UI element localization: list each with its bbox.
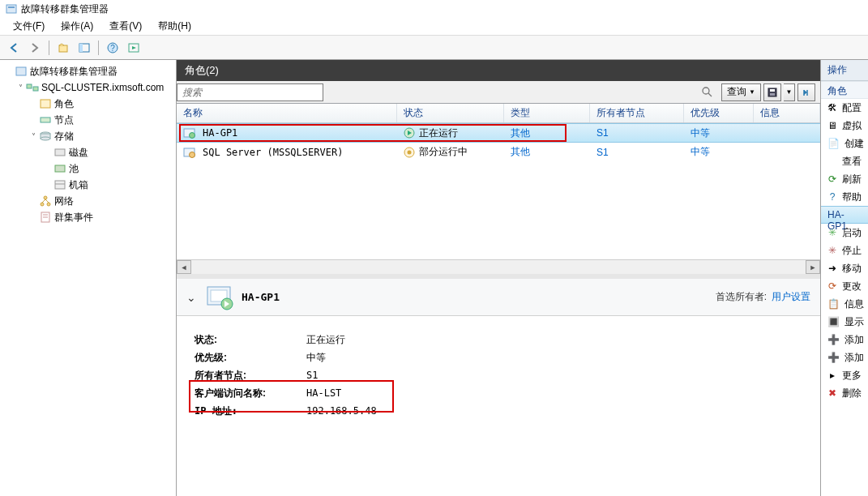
col-status[interactable]: 状态 — [397, 104, 504, 122]
tree-enclosures[interactable]: 机箱 — [0, 177, 176, 193]
role-icon — [183, 146, 196, 159]
table-row[interactable]: HA-GP1 正在运行 其他 S1 中等 — [177, 123, 820, 143]
action-vm[interactable]: 🖥虚拟 — [821, 117, 868, 135]
action-more[interactable]: ▸更多 — [821, 366, 868, 384]
detail-row-priority: 优先级: 中等 — [195, 348, 802, 366]
run-button[interactable] — [124, 39, 143, 57]
collapse-icon[interactable]: ⌄ — [186, 291, 196, 304]
detail-key: 客户端访问名称: — [195, 387, 306, 400]
actions-section-roles: 角色 — [821, 81, 868, 99]
action-help[interactable]: ?帮助 — [821, 188, 868, 206]
detail-panel: ⌄ HA-GP1 首选所有者: 用户设置 状态: 正在运行 优先级: 中等 — [177, 274, 820, 496]
tree-events[interactable]: 群集事件 — [0, 209, 176, 225]
help-button[interactable]: ? — [103, 39, 122, 57]
action-move[interactable]: ➜移动 — [821, 259, 868, 277]
action-configure[interactable]: 🛠配置 — [821, 99, 868, 117]
action-create[interactable]: 📄创建 — [821, 135, 868, 152]
col-name[interactable]: 名称 — [177, 104, 397, 122]
search-icon[interactable] — [701, 86, 712, 97]
tree-disks[interactable]: 磁盘 — [0, 144, 176, 160]
cell-owner[interactable]: S1 — [590, 127, 684, 139]
action-add[interactable]: ➕添加 — [821, 331, 868, 348]
menu-action[interactable]: 操作(A) — [53, 18, 101, 35]
detail-row-status: 状态: 正在运行 — [195, 331, 802, 348]
cell-priority: 中等 — [684, 145, 754, 159]
svg-rect-1 — [8, 6, 15, 8]
change-icon: ⟳ — [827, 280, 837, 293]
action-view[interactable]: 查看 — [821, 152, 868, 170]
pool-icon — [53, 162, 66, 175]
running-icon — [404, 127, 415, 139]
svg-rect-10 — [33, 87, 38, 91]
menu-file[interactable]: 文件(F) — [5, 18, 53, 35]
col-owner[interactable]: 所有者节点 — [590, 104, 684, 122]
action-show[interactable]: 🔳显示 — [821, 313, 868, 331]
partial-icon — [404, 147, 415, 158]
detail-header: ⌄ HA-GP1 首选所有者: 用户设置 — [177, 279, 820, 316]
search-input[interactable] — [177, 83, 323, 101]
tree-root[interactable]: 故障转移群集管理器 — [0, 63, 176, 79]
svg-rect-8 — [16, 67, 26, 75]
cell-type[interactable]: 其他 — [504, 126, 590, 140]
cell-type[interactable]: 其他 — [504, 145, 590, 159]
refresh-icon: ⟳ — [827, 173, 837, 186]
tree-storage[interactable]: ˅ 存储 — [0, 128, 176, 144]
list-options-button[interactable] — [797, 83, 815, 101]
tree-pools[interactable]: 池 — [0, 160, 176, 177]
cell-owner[interactable]: S1 — [590, 147, 684, 158]
disk-icon — [53, 146, 66, 159]
network-icon — [39, 195, 52, 207]
menu-help[interactable]: 帮助(H) — [150, 18, 199, 35]
detail-value: S1 — [306, 370, 318, 381]
scroll-left[interactable]: ◄ — [177, 260, 191, 274]
tree-networks[interactable]: 网络 — [0, 193, 176, 209]
nav-tree: 故障转移群集管理器 ˅ SQL-CLUSTER.ixmsoft.com 角色 节… — [0, 60, 177, 496]
up-button[interactable] — [53, 39, 73, 57]
action-start[interactable]: ✳启动 — [821, 224, 868, 242]
role-big-icon — [206, 284, 233, 311]
scroll-right[interactable]: ► — [806, 260, 820, 274]
gear-icon: 🛠 — [827, 101, 837, 114]
detail-key: 所有者节点: — [195, 369, 306, 383]
forward-button[interactable] — [25, 39, 45, 57]
col-type[interactable]: 类型 — [504, 104, 590, 122]
tree-roles[interactable]: 角色 — [0, 96, 176, 112]
tree-nodes[interactable]: 节点 — [0, 112, 176, 128]
col-priority[interactable]: 优先级 — [684, 104, 754, 122]
tree-toggle-icon[interactable]: ˅ — [28, 132, 39, 141]
tree-toggle-icon[interactable]: ˅ — [15, 83, 26, 92]
scrollbar-horizontal[interactable]: ◄ ► — [177, 259, 820, 274]
svg-rect-2 — [59, 45, 67, 52]
more-icon: ▸ — [827, 369, 837, 382]
nodes-icon — [39, 113, 52, 126]
detail-title: HA-GP1 — [242, 291, 716, 303]
col-info[interactable]: 信息 — [754, 104, 820, 122]
table-row[interactable]: SQL Server (MSSQLSERVER) 部分运行中 其他 S1 中等 — [177, 143, 820, 162]
action-delete[interactable]: ✖删除 — [821, 384, 868, 402]
app-icon — [5, 2, 18, 15]
back-button[interactable] — [4, 39, 24, 57]
action-add-resource[interactable]: ➕添加 — [821, 348, 868, 366]
preferred-owner-label: 首选所有者: — [716, 290, 767, 304]
separator — [98, 41, 99, 55]
action-refresh[interactable]: ⟳刷新 — [821, 170, 868, 188]
detail-key: 状态: — [195, 333, 306, 347]
query-button[interactable]: 查询▼ — [721, 83, 761, 101]
move-icon: ➜ — [827, 262, 837, 275]
create-icon: 📄 — [827, 137, 840, 150]
show-pane-button[interactable] — [75, 39, 94, 57]
svg-rect-17 — [55, 165, 65, 172]
svg-rect-11 — [41, 100, 50, 108]
action-info[interactable]: 📋信息 — [821, 295, 868, 313]
tree-cluster[interactable]: ˅ SQL-CLUSTER.ixmsoft.com — [0, 79, 176, 96]
action-change[interactable]: ⟳更改 — [821, 277, 868, 295]
preferred-owner-link[interactable]: 用户设置 — [772, 290, 810, 304]
save-dropdown[interactable]: ▼ — [784, 83, 795, 101]
roles-header-label: 角色(2) — [185, 63, 219, 78]
menu-view[interactable]: 查看(V) — [101, 18, 150, 35]
start-icon: ✳ — [827, 226, 837, 239]
detail-value: 中等 — [306, 351, 326, 365]
save-button[interactable] — [763, 83, 781, 101]
action-stop[interactable]: ✳停止 — [821, 242, 868, 259]
menu-bar: 文件(F) 操作(A) 查看(V) 帮助(H) — [0, 18, 868, 36]
